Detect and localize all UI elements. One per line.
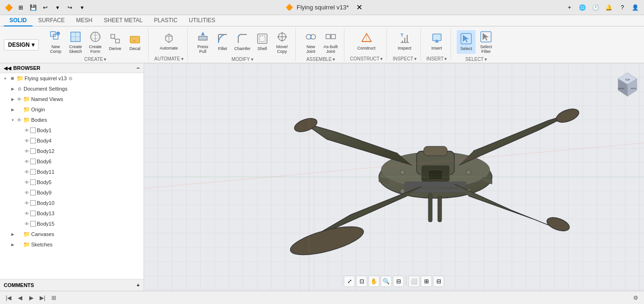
display-mode-button[interactable]: ⬜ — [409, 276, 420, 287]
timeline-end-button[interactable]: ▶| — [38, 293, 47, 303]
new-joint-button[interactable]: NewJoint — [301, 28, 320, 56]
tree-body6[interactable]: ▶ 👁 Body6 — [0, 156, 143, 167]
insert-dropdown-icon[interactable]: ▾ — [444, 56, 447, 61]
assemble-dropdown-icon[interactable]: ▾ — [333, 57, 335, 62]
body5-eye-icon[interactable]: 👁 — [24, 179, 30, 186]
zoom-out-button[interactable]: ⊟ — [393, 276, 404, 287]
grid-toggle-button[interactable]: ⊞ — [421, 276, 432, 287]
undo-dropdown-icon[interactable]: ▾ — [53, 3, 62, 12]
modify-dropdown-icon[interactable]: ▾ — [251, 57, 253, 62]
tab-sheet-metal[interactable]: SHEET METAL — [98, 15, 148, 26]
view-options-button[interactable]: ⊟ — [433, 276, 444, 287]
body11-eye-icon[interactable]: 👁 — [24, 169, 30, 175]
tab-solid[interactable]: SOLID — [4, 15, 33, 26]
new-tab-button[interactable]: + — [565, 3, 574, 12]
viewport[interactable]: TOP RIGHT FRONT ⤢ ⊡ ✋ 🔍 ⊟ ⬜ ⊞ ⊟ — [144, 63, 644, 291]
close-button[interactable]: ✕ — [352, 3, 366, 12]
tree-canvases[interactable]: ▶ 👁 📁 Canvases — [0, 229, 143, 239]
canvases-arrow[interactable]: ▶ — [9, 231, 16, 237]
browser-collapse-icon[interactable]: ◀◀ — [4, 66, 11, 71]
named-views-arrow[interactable]: ▶ — [9, 96, 16, 102]
select-dropdown-icon[interactable]: ▾ — [485, 57, 487, 62]
tree-root[interactable]: ▾ ■ 📁 Flying squirrel v13 ⚙ — [0, 73, 143, 84]
tree-body9[interactable]: ▶ 👁 Body9 — [0, 187, 143, 198]
body6-checkbox[interactable] — [30, 159, 36, 164]
body6-eye-icon[interactable]: 👁 — [24, 158, 30, 165]
timeline-add-button[interactable]: ⊞ — [49, 293, 59, 303]
add-comment-button[interactable]: + — [137, 282, 140, 288]
body11-checkbox[interactable] — [30, 169, 36, 175]
sketches-arrow[interactable]: ▶ — [9, 241, 16, 248]
construct-button[interactable]: Construct — [357, 30, 376, 53]
body1-eye-icon[interactable]: 👁 — [24, 127, 30, 134]
body9-checkbox[interactable] — [30, 190, 36, 195]
chamfer-button[interactable]: Chamfer — [233, 30, 252, 54]
move-copy-button[interactable]: Move/Copy — [273, 28, 292, 56]
automate-button[interactable]: Automate — [159, 30, 178, 53]
view-cube[interactable]: TOP RIGHT FRONT — [611, 68, 639, 96]
zoom-in-button[interactable]: 🔍 — [381, 276, 392, 287]
undo-icon[interactable]: ↩ — [41, 3, 50, 12]
timeline-start-button[interactable]: |◀ — [4, 293, 13, 303]
design-button[interactable]: DESIGN ▾ — [4, 39, 39, 51]
origin-eye-icon[interactable]: 👁 — [16, 106, 23, 113]
select-button[interactable]: Select — [457, 30, 476, 54]
help-icon[interactable]: ? — [618, 3, 627, 12]
body13-eye-icon[interactable]: 👁 — [24, 210, 30, 217]
grid-menu-icon[interactable]: ⊞ — [16, 3, 25, 12]
automate-dropdown-icon[interactable]: ▾ — [181, 56, 184, 61]
timeline-prev-button[interactable]: ◀ — [15, 293, 25, 303]
body12-eye-icon[interactable]: 👁 — [24, 148, 30, 154]
tab-surface[interactable]: SURFACE — [33, 15, 71, 26]
body10-eye-icon[interactable]: 👁 — [24, 200, 30, 206]
orbit-button[interactable]: ⤢ — [344, 276, 355, 287]
sketches-eye-icon[interactable]: 👁 — [16, 241, 23, 248]
browser-minimize-icon[interactable]: − — [137, 65, 140, 71]
tree-body15[interactable]: ▶ 👁 Body15 — [0, 219, 143, 229]
online-status-icon[interactable]: 🌐 — [578, 3, 587, 12]
press-pull-button[interactable]: PressPull — [193, 28, 212, 56]
tree-body5[interactable]: ▶ 👁 Body5 — [0, 177, 143, 187]
tree-body1[interactable]: ▶ 👁 Body1 — [0, 125, 143, 135]
body9-eye-icon[interactable]: 👁 — [24, 189, 30, 196]
asbuilt-joint-button[interactable]: As-builtJoint — [321, 28, 340, 56]
redo-dropdown-icon[interactable]: ▾ — [77, 3, 87, 12]
canvases-eye-icon[interactable]: 👁 — [16, 231, 23, 237]
tree-body11[interactable]: ▶ 👁 Body11 — [0, 167, 143, 177]
timeline-settings-button[interactable]: ⚙ — [631, 293, 640, 303]
body12-checkbox[interactable] — [30, 148, 36, 154]
tree-body13[interactable]: ▶ 👁 Body13 — [0, 208, 143, 219]
tree-body4[interactable]: ▶ 👁 Body4 — [0, 135, 143, 146]
body15-checkbox[interactable] — [30, 221, 36, 227]
body15-eye-icon[interactable]: 👁 — [24, 220, 30, 227]
create-dropdown-icon[interactable]: ▾ — [104, 57, 106, 62]
tree-named-views[interactable]: ▶ 👁 📁 Named Views — [0, 94, 143, 104]
decal-button[interactable]: ★ Decal — [125, 30, 144, 54]
origin-arrow[interactable]: ▶ — [9, 106, 16, 113]
tab-utilities[interactable]: UTILITIES — [183, 15, 221, 26]
notification-icon[interactable]: 🔔 — [604, 3, 614, 12]
named-views-eye-icon[interactable]: 👁 — [16, 96, 23, 102]
tab-mesh[interactable]: MESH — [70, 15, 98, 26]
body4-eye-icon[interactable]: 👁 — [24, 137, 30, 144]
body13-checkbox[interactable] — [30, 211, 36, 216]
refit-button[interactable]: ⊡ — [356, 276, 368, 287]
tree-bodies[interactable]: ▾ 👁 📁 Bodies — [0, 115, 143, 125]
tree-sketches[interactable]: ▶ 👁 📁 Sketches — [0, 239, 143, 250]
tree-document-settings[interactable]: ▶ ⚙ Document Settings — [0, 84, 143, 94]
root-settings-icon[interactable]: ⚙ — [68, 76, 73, 81]
timeline-play-button[interactable]: ▶ — [26, 293, 36, 303]
tab-plastic[interactable]: PLASTIC — [148, 15, 183, 26]
shell-button[interactable]: Shell — [253, 30, 272, 54]
create-form-button[interactable]: CreateForm — [86, 28, 105, 56]
create-sketch-button[interactable]: CreateSketch — [66, 28, 85, 56]
clock-icon[interactable]: 🕐 — [591, 3, 601, 12]
body5-checkbox[interactable] — [30, 179, 36, 185]
pan-button[interactable]: ✋ — [368, 276, 380, 287]
tree-origin[interactable]: ▶ 👁 📁 Origin — [0, 104, 143, 115]
tree-body10[interactable]: ▶ 👁 Body10 — [0, 198, 143, 208]
bodies-arrow[interactable]: ▾ — [9, 117, 16, 123]
body10-checkbox[interactable] — [30, 200, 36, 206]
new-component-button[interactable]: + NewComp — [46, 28, 65, 56]
user-icon[interactable]: 👤 — [631, 3, 640, 12]
